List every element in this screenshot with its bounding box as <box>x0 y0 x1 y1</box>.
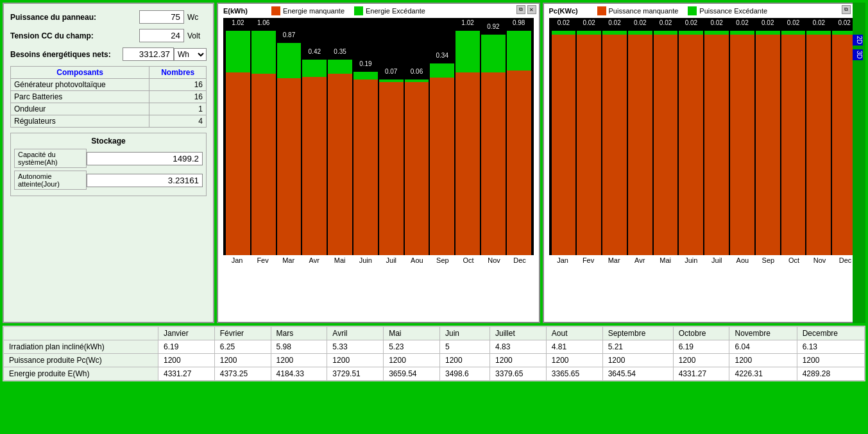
chart1-header: E(kWh) Energie manquante Energie Excédan… <box>218 4 539 18</box>
table-cell: 3645.54 <box>602 367 673 381</box>
bar-orange <box>226 72 250 255</box>
table-cell: 4331.27 <box>673 367 729 381</box>
table-cell: 1200 <box>214 354 271 367</box>
bar-orange <box>302 77 327 255</box>
table-row: Energie produite E(Wh)4331.274373.254184… <box>4 367 865 381</box>
bar-stack <box>430 63 454 255</box>
bar-orange <box>577 35 601 255</box>
x-axis-label: Sep <box>756 256 781 264</box>
composants-col2: Nombres <box>149 67 207 79</box>
tension-input[interactable] <box>139 29 184 42</box>
bar-group: 0.02 <box>552 18 576 255</box>
bar-group: 0.02 <box>781 18 806 255</box>
bar-green <box>455 31 480 72</box>
bar-group: 0.98 <box>507 18 531 255</box>
x-axis-label: Jan <box>225 256 250 264</box>
chart1-controls: ⧉ ✕ <box>516 5 536 14</box>
x-axis-label: Juil <box>704 256 729 264</box>
bar-orange <box>405 82 429 255</box>
bar-green <box>507 31 531 71</box>
chart1-restore[interactable]: ⧉ <box>516 5 525 14</box>
bar-value-label: 0.19 <box>359 60 371 67</box>
chart1-legend1-label: Energie manquante <box>283 7 345 15</box>
table-header: Mai <box>384 327 440 340</box>
bar-group: 0.02 <box>602 18 627 255</box>
bar-orange <box>679 35 703 255</box>
composants-name: Générateur photovoltaïque <box>11 79 149 91</box>
stockage-row: Capacité du système(Ah) <box>14 149 203 168</box>
puissance-label: Puissance du panneau: <box>10 13 139 22</box>
bar-stack <box>628 31 652 255</box>
bar-green <box>481 35 506 72</box>
bar-stack <box>251 31 276 255</box>
btn-2d[interactable]: 2D <box>853 35 863 46</box>
table-cell: 5.23 <box>384 340 440 354</box>
composants-value: 16 <box>149 79 207 91</box>
bar-group: 0.06 <box>405 18 429 255</box>
stockage-value[interactable] <box>87 174 203 187</box>
table-cell: 3365.65 <box>546 367 602 381</box>
bar-value-label: 0.02 <box>557 19 570 26</box>
besoins-input[interactable] <box>123 47 174 61</box>
table-cell: 4226.31 <box>729 367 797 381</box>
bar-orange <box>602 35 627 255</box>
stockage-value[interactable] <box>87 152 203 165</box>
bar-value-label: 0.42 <box>309 48 321 55</box>
table-cell: 6.04 <box>729 340 797 354</box>
x-axis-label: Sep <box>430 256 455 264</box>
charts-wrapper: ⧉ ✕ E(kWh) Energie manquante Energie Exc… <box>217 3 865 323</box>
bar-green <box>328 60 352 74</box>
bar-orange <box>507 71 531 255</box>
bar-stack <box>328 60 352 255</box>
bar-stack <box>602 31 627 255</box>
bar-group: 1.02 <box>226 18 250 255</box>
table-header: Septembre <box>602 327 673 340</box>
x-axis-label: Mai <box>653 256 678 264</box>
x-axis-label: Mar <box>602 256 627 264</box>
chart1-legend1: Energie manquante <box>271 6 345 15</box>
bar-stack <box>507 31 531 255</box>
besoins-unit-select[interactable]: Wh KWh <box>174 48 207 61</box>
composants-row: Générateur photovoltaïque16 <box>11 79 207 91</box>
table-cell: 3659.54 <box>384 367 440 381</box>
table-header: Juillet <box>490 327 547 340</box>
bar-stack <box>781 31 806 255</box>
table-cell: 1200 <box>546 354 602 367</box>
table-cell: 5.21 <box>602 340 673 354</box>
bar-group: 0.02 <box>654 18 678 255</box>
bar-stack <box>226 31 250 255</box>
chart2-restore[interactable]: ⧉ <box>842 5 851 14</box>
data-table: JanvierFévrierMarsAvrilMaiJuinJuilletAou… <box>3 326 865 381</box>
table-header: Février <box>214 327 271 340</box>
bar-value-label: 1.06 <box>257 19 269 26</box>
table-cell: 5.98 <box>271 340 327 354</box>
bar-orange <box>328 74 352 255</box>
bar-orange <box>251 74 276 255</box>
table-cell: 1200 <box>158 354 214 367</box>
composants-name: Régulateurs <box>11 115 149 128</box>
chart1-legend1-color <box>271 6 280 15</box>
table-cell: 5.33 <box>327 340 384 354</box>
btn-3d[interactable]: 3D <box>853 49 863 60</box>
chart1-close[interactable]: ✕ <box>527 5 536 14</box>
bar-group: 0.02 <box>577 18 601 255</box>
bar-stack <box>730 31 754 255</box>
bar-group: 0.02 <box>679 18 703 255</box>
x-axis-label: Fev <box>576 256 601 264</box>
bar-orange <box>552 35 576 255</box>
bar-green <box>251 31 276 74</box>
table-cell: 6.13 <box>797 340 864 354</box>
bar-group: 0.02 <box>628 18 652 255</box>
bar-value-label: 0.98 <box>513 19 525 26</box>
row-label: Puissance produite Pc(Wc) <box>4 354 158 367</box>
puissance-unit: Wc <box>187 13 207 22</box>
composants-row: Parc Batteries16 <box>11 91 207 103</box>
puissance-input[interactable] <box>139 10 184 24</box>
table-cell: 3729.51 <box>327 367 384 381</box>
bar-stack <box>756 31 780 255</box>
bar-value-label: 0.02 <box>685 19 697 26</box>
chart2-title: Pc(KWc) <box>549 7 588 15</box>
x-axis-label: Avr <box>302 256 327 264</box>
table-cell: 4.81 <box>546 340 602 354</box>
bottom-table-container: JanvierFévrierMarsAvrilMaiJuinJuilletAou… <box>3 326 865 381</box>
